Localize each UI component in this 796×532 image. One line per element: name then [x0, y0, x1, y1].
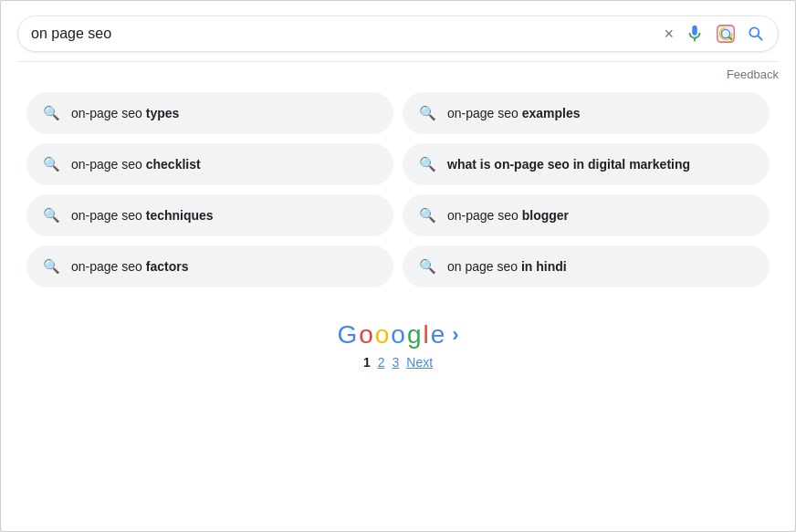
- pagination-area: Gooogle › 1 2 3 Next: [1, 302, 795, 397]
- pagination-arrow: ›: [452, 323, 458, 347]
- suggestion-text: what is on-page seo in digital marketing: [447, 157, 690, 172]
- search-icon: 🔍: [419, 258, 436, 275]
- search-icon: 🔍: [43, 258, 60, 275]
- svg-point-4: [749, 28, 759, 37]
- search-icon: 🔍: [43, 207, 60, 224]
- suggestion-item[interactable]: 🔍 on-page seo checklist: [26, 143, 393, 185]
- page-2[interactable]: 2: [378, 355, 385, 370]
- suggestion-text: on-page seo factors: [71, 259, 188, 274]
- next-button[interactable]: Next: [406, 355, 433, 370]
- suggestion-text: on-page seo checklist: [71, 157, 201, 172]
- search-icon: 🔍: [419, 156, 436, 172]
- logo-G: G: [337, 320, 357, 349]
- search-icon: 🔍: [419, 105, 436, 121]
- logo-l: l: [423, 320, 428, 349]
- suggestion-item[interactable]: 🔍 on-page seo types: [26, 92, 393, 134]
- suggestion-text: on page seo in hindi: [447, 259, 567, 274]
- suggestion-item[interactable]: 🔍 on page seo in hindi: [403, 245, 770, 287]
- suggestion-text: on-page seo techniques: [71, 208, 214, 223]
- browser-window: on page seo ×: [0, 0, 796, 532]
- microphone-icon[interactable]: [685, 24, 705, 44]
- svg-line-5: [759, 37, 762, 40]
- suggestions-grid: 🔍 on-page seo types 🔍 on-page seo exampl…: [26, 92, 770, 287]
- page-1[interactable]: 1: [363, 355, 371, 370]
- search-icons: ×: [664, 24, 765, 44]
- logo-e: e: [431, 320, 445, 349]
- suggestion-item[interactable]: 🔍 on-page seo blogger: [403, 194, 770, 236]
- suggestion-item[interactable]: 🔍 on-page seo techniques: [26, 194, 393, 236]
- clear-icon[interactable]: ×: [664, 25, 674, 44]
- search-icon: 🔍: [43, 156, 60, 172]
- page-3[interactable]: 3: [393, 355, 400, 370]
- logo-g2: g: [407, 320, 422, 349]
- suggestion-text: on-page seo types: [71, 106, 179, 120]
- search-bar-area: on page seo ×: [1, 1, 795, 62]
- suggestion-text: on-page seo blogger: [447, 208, 569, 223]
- page-numbers: 1 2 3 Next: [363, 355, 433, 370]
- search-bar[interactable]: on page seo ×: [17, 16, 779, 52]
- suggestion-text: on-page seo examples: [447, 106, 581, 120]
- suggestion-item[interactable]: 🔍 on-page seo factors: [26, 245, 393, 287]
- feedback-bar: Feedback: [1, 62, 795, 87]
- search-submit-icon[interactable]: [747, 25, 765, 43]
- search-icon: 🔍: [43, 105, 60, 121]
- search-icon: 🔍: [419, 207, 436, 224]
- logo-o2: o: [375, 320, 390, 349]
- logo-o3: o: [391, 320, 405, 349]
- search-query[interactable]: on page seo: [31, 24, 655, 44]
- lens-icon[interactable]: [716, 24, 736, 44]
- suggestion-item[interactable]: 🔍 on-page seo examples: [403, 92, 770, 134]
- logo-o1: o: [359, 320, 373, 349]
- google-logo-pagination: Gooogle ›: [337, 320, 458, 349]
- suggestions-area: 🔍 on-page seo types 🔍 on-page seo exampl…: [1, 87, 795, 302]
- suggestion-item[interactable]: 🔍 what is on-page seo in digital marketi…: [403, 143, 770, 185]
- feedback-label[interactable]: Feedback: [727, 68, 779, 81]
